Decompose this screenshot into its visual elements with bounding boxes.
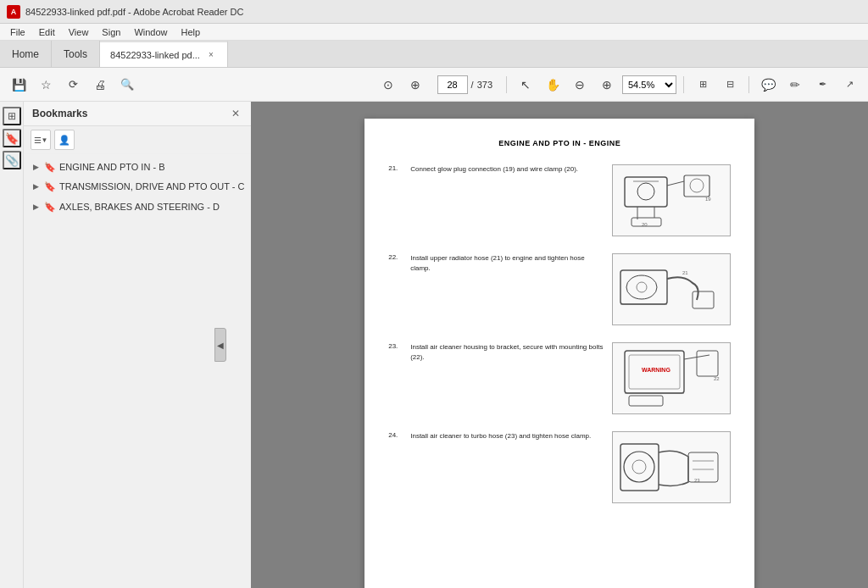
pdf-instruction-1: 22. Install upper radiator hose (21) to … (388, 253, 731, 325)
zoom-select[interactable]: 54.5% 50% 75% 100% 125% 150% (622, 75, 676, 94)
instruction-text-3: Install air cleaner to turbo hose (23) a… (410, 431, 604, 441)
svg-point-14 (637, 282, 647, 292)
page-down-button[interactable]: ⊕ (403, 73, 427, 97)
svg-text:22: 22 (714, 376, 720, 381)
menu-help[interactable]: Help (175, 25, 208, 39)
bookmark-icon-1: 🔖 (44, 181, 56, 192)
tab-close-button[interactable]: × (205, 49, 217, 61)
zoom-out-icon: 🔍 (120, 78, 134, 91)
cloud-icon: ⟳ (69, 78, 78, 91)
toolbar-separator-2 (683, 76, 684, 93)
engine-diagram-2: WARNING 22 (616, 347, 726, 410)
svg-text:21: 21 (682, 270, 688, 275)
collapse-panel-button[interactable]: ◀ (214, 328, 226, 362)
bookmark-icon-2: 🔖 (44, 202, 56, 213)
left-outer: ⊞ 🔖 📎 Bookmarks ✕ ☰ ▼ 👤 (0, 102, 251, 588)
svg-point-26 (624, 452, 654, 482)
bookmarks-button[interactable]: 🔖 (3, 129, 21, 147)
share-button[interactable]: ↗ (837, 73, 861, 97)
toolbar-separator-1 (506, 76, 507, 93)
page-up-button[interactable]: ⊙ (376, 73, 400, 97)
pdf-instruction-3: 24. Install air cleaner to turbo hose (2… (388, 431, 731, 503)
page-separator: / (471, 80, 474, 90)
tab-document-label: 84522933-linked pd... (110, 50, 200, 60)
select-tool-button[interactable]: ↖ (514, 73, 537, 97)
page-up-icon: ⊙ (383, 78, 393, 92)
print-button[interactable]: 🖨 (88, 73, 112, 97)
bookmark-item-0[interactable]: ▶ 🔖 ENGINE AND PTO IN - B (24, 158, 251, 177)
toolbar: 💾 ☆ ⟳ 🖨 🔍 ⊙ ⊕ / 373 ↖ ✋ ⊖ ⊕ 54.5% 50% 7 (0, 68, 868, 102)
zoom-out-toolbar-button[interactable]: 🔍 (115, 73, 139, 97)
instruction-text-2: Install air cleaner housing to bracket, … (410, 342, 604, 363)
bookmark-icon-0: 🔖 (44, 162, 56, 173)
bookmark-item-2[interactable]: ▶ 🔖 AXLES, BRAKES AND STEERING - D (24, 197, 251, 217)
main-wrapper: ⊞ 🔖 📎 Bookmarks ✕ ☰ ▼ 👤 (0, 102, 868, 588)
bookmarks-header: Bookmarks ✕ (24, 102, 251, 126)
fit-page-button[interactable]: ⊟ (718, 73, 742, 97)
pen-icon: ✏ (790, 78, 800, 92)
menu-view[interactable]: View (62, 25, 96, 39)
svg-text:23: 23 (694, 478, 700, 483)
pdf-area[interactable]: ENGINE AND PTO IN - ENGINE 21. Connect g… (251, 102, 868, 588)
pdf-page-title: ENGINE AND PTO IN - ENGINE (388, 139, 731, 147)
instruction-image-3: 23 (612, 431, 731, 503)
instruction-num-1: 22. (388, 253, 405, 261)
instruction-text-0: Connect glow plug connection (19) and wi… (410, 164, 604, 175)
fit-width-button[interactable]: ⊞ (691, 73, 715, 97)
save-button[interactable]: 💾 (7, 73, 31, 97)
save-icon: 💾 (12, 78, 26, 92)
tab-tools-label: Tools (64, 48, 87, 60)
tab-home[interactable]: Home (0, 41, 52, 67)
menu-icon: ☰ (34, 136, 42, 145)
bookmark-label-0: ENGINE AND PTO IN - B (59, 161, 165, 174)
tab-tools[interactable]: Tools (52, 41, 100, 67)
instruction-num-0: 21. (388, 164, 405, 172)
svg-rect-28 (688, 452, 718, 482)
highlight-button[interactable]: ✏ (783, 73, 807, 97)
page-number-input[interactable] (437, 75, 468, 94)
menu-file[interactable]: File (3, 25, 32, 39)
tab-home-label: Home (12, 48, 39, 60)
expand-icon-1: ▶ (31, 181, 41, 191)
menu-window[interactable]: Window (127, 25, 174, 39)
instruction-image-2: WARNING 22 (612, 342, 731, 414)
menu-edit[interactable]: Edit (32, 25, 62, 39)
engine-diagram-0: 19 20 (616, 169, 726, 232)
person-icon: 👤 (58, 135, 70, 146)
svg-rect-21 (697, 351, 718, 376)
svg-rect-25 (620, 444, 659, 491)
expand-icon-2: ▶ (31, 202, 41, 212)
menu-sign[interactable]: Sign (95, 25, 127, 39)
hand-tool-button[interactable]: ✋ (541, 73, 565, 97)
paperclip-icon: 📎 (5, 154, 19, 167)
print-icon: 🖨 (94, 78, 106, 92)
bookmark-item-1[interactable]: ▶ 🔖 TRANSMISSION, DRIVE AND PTO OUT - C (24, 177, 251, 197)
bookmark-add-button[interactable]: ☆ (34, 73, 58, 97)
bookmarks-search-button[interactable]: 👤 (54, 130, 75, 150)
thumbnail-icon: ⊞ (8, 110, 16, 122)
bookmarks-close-button[interactable]: ✕ (229, 107, 242, 120)
arrow-icon: ↖ (520, 78, 531, 92)
tab-document[interactable]: 84522933-linked pd... × (100, 41, 228, 67)
bookmark-label-1: TRANSMISSION, DRIVE AND PTO OUT - C (59, 180, 244, 193)
pdf-instruction-0: 21. Connect glow plug connection (19) an… (388, 164, 731, 236)
svg-point-12 (626, 275, 657, 299)
comment-button[interactable]: 💬 (756, 73, 780, 97)
annotate-button[interactable]: ✒ (810, 73, 834, 97)
bookmark-icon: 🔖 (5, 132, 19, 145)
annotate-icon: ✒ (819, 79, 826, 90)
svg-point-27 (632, 460, 646, 474)
star-icon: ☆ (41, 78, 52, 92)
zoom-in-button[interactable]: ⊕ (595, 73, 619, 97)
page-thumbnail-button[interactable]: ⊞ (3, 107, 21, 125)
share-icon: ↗ (846, 79, 854, 90)
attachment-button[interactable]: 📎 (3, 151, 21, 169)
zoom-out-button[interactable]: ⊖ (568, 73, 592, 97)
app-icon: A (7, 5, 20, 19)
instruction-image-0: 19 20 (612, 164, 731, 236)
bookmark-label-2: AXLES, BRAKES AND STEERING - D (59, 201, 220, 214)
engine-diagram-1: 21 (616, 258, 726, 321)
instruction-num-2: 23. (388, 342, 405, 350)
cloud-button[interactable]: ⟳ (61, 73, 85, 97)
bookmarks-options-button[interactable]: ☰ ▼ (31, 130, 51, 150)
